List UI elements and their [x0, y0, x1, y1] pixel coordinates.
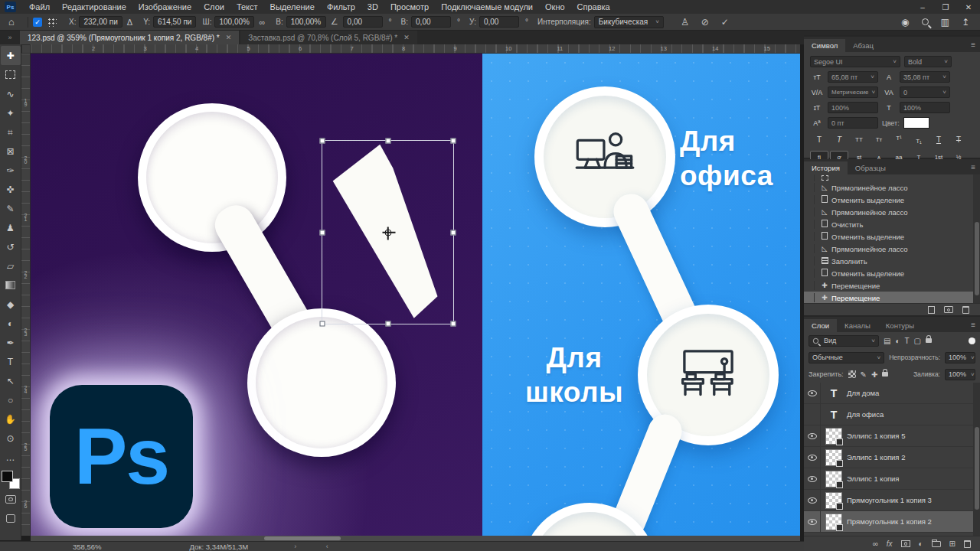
add-mask-icon[interactable] [901, 540, 910, 547]
design-circle-top[interactable] [138, 103, 286, 252]
blend-mode-select[interactable]: Обычные ˅ [808, 352, 884, 364]
vertical-scale-field[interactable]: 100% [828, 102, 878, 113]
font-size-select[interactable]: 65,08 пт˅ [828, 71, 878, 83]
kerning-select[interactable]: Метрические˅ [828, 86, 878, 98]
filter-toggle[interactable] [969, 337, 975, 344]
history-state-6[interactable]: ◺Прямолинейное лассо [804, 243, 980, 255]
rotation-field[interactable]: 0,00 [343, 16, 383, 28]
transform-handle[interactable] [320, 139, 325, 144]
layer-thumbnail[interactable] [821, 514, 847, 530]
commit-transform-button[interactable]: ✓ [721, 17, 729, 28]
gradient-tool[interactable] [1, 276, 21, 295]
filter-type-layers-icon[interactable]: T [905, 337, 910, 345]
panel-menu-icon[interactable]: ≡ [971, 321, 975, 329]
history-state-1[interactable]: ◺Прямолинейное лассо [804, 181, 980, 194]
history-source-well[interactable] [804, 174, 815, 181]
eraser-tool[interactable]: ▱ [1, 256, 21, 276]
tab-layers[interactable]: Слои [804, 319, 837, 332]
link-layers-icon[interactable]: ∞ [873, 540, 878, 548]
document-canvas[interactable]: Ps Для офиса [31, 54, 800, 536]
toggle-reference-point-checkbox[interactable]: ✓ [33, 18, 42, 27]
text-style-button-sup[interactable]: T¹ [890, 133, 908, 146]
layer-row-1[interactable]: TДля офиса [804, 404, 980, 425]
canvas-blue-half[interactable]: Для офиса Для школы [482, 54, 800, 536]
workspace-icon[interactable]: ▥ [941, 17, 949, 28]
path-selection-tool[interactable]: ↖ [1, 371, 21, 390]
edit-toolbar[interactable]: … [1, 448, 21, 467]
tab-channels[interactable]: Каналы [837, 319, 878, 332]
hand-tool[interactable]: ✋ [1, 409, 21, 429]
history-source-well[interactable] [804, 256, 815, 266]
new-layer-icon[interactable]: ⊞ [949, 540, 956, 548]
close-button[interactable]: ✕ [957, 0, 980, 14]
text-style-button-small[interactable]: TT [850, 133, 868, 146]
layer-thumbnail[interactable]: T [821, 387, 847, 399]
visibility-toggle[interactable] [804, 425, 821, 446]
history-source-well[interactable] [804, 281, 815, 290]
layers-scrollbar[interactable] [973, 383, 980, 536]
filter-smart-objects-icon[interactable] [926, 338, 932, 343]
reference-point-locator-icon[interactable] [47, 17, 57, 27]
history-source-well[interactable] [804, 207, 815, 217]
vertical-ruler[interactable]: 1920212223242526 [21, 54, 31, 536]
history-source-well[interactable] [804, 244, 815, 253]
lock-pixels-icon[interactable]: ✎ [861, 370, 867, 379]
ellipse-tool[interactable]: ○ [1, 390, 21, 409]
layer-row-0[interactable]: TДля дома [804, 383, 980, 404]
layer-row-5[interactable]: Прямоугольник 1 копия 3 [804, 490, 980, 511]
foreground-color-swatch[interactable] [2, 471, 13, 482]
lock-position-icon[interactable]: ✚ [871, 370, 877, 379]
quick-selection-tool[interactable]: ✦ [1, 103, 21, 122]
history-state-8[interactable]: Отменить выделение [804, 267, 980, 279]
history-source-well[interactable] [804, 293, 815, 302]
history-brush-tool[interactable]: ↺ [1, 237, 21, 256]
new-snapshot-icon[interactable] [944, 306, 953, 313]
visibility-toggle[interactable] [804, 383, 821, 403]
text-color-swatch[interactable] [903, 117, 929, 129]
history-source-well[interactable] [804, 195, 815, 204]
text-style-button-strike[interactable]: T [949, 133, 968, 146]
history-source-well[interactable] [804, 220, 815, 229]
tab-paragraph[interactable]: Абзац [845, 39, 881, 52]
menu-item-4[interactable]: Текст [230, 0, 264, 14]
move-tool[interactable]: ✚ [1, 46, 21, 65]
layer-thumbnail[interactable] [821, 428, 847, 445]
layer-thumbnail[interactable] [821, 492, 847, 509]
tab-swatches[interactable]: Образцы [848, 161, 893, 174]
visibility-toggle[interactable] [804, 468, 821, 489]
pen-tool[interactable]: ✒ [1, 333, 21, 352]
font-family-select[interactable]: Segoe UI˅ [810, 56, 900, 67]
interpolation-select[interactable]: Бикубическая ˅ [594, 16, 664, 28]
text-style-button-sub[interactable]: T₁ [910, 133, 928, 146]
horizontal-scrollbar-thumb[interactable] [264, 536, 341, 540]
brush-tool[interactable]: ✎ [1, 199, 21, 218]
transform-handle[interactable] [320, 230, 325, 235]
history-state-0[interactable] [804, 174, 980, 181]
screen-mode-button[interactable] [1, 509, 21, 528]
text-style-button-italic[interactable]: T [830, 133, 848, 146]
restore-button[interactable]: ❐ [934, 0, 957, 14]
close-tab-icon[interactable]: ✕ [403, 34, 410, 41]
healing-brush-tool[interactable]: ✜ [1, 180, 21, 199]
panel-menu-icon[interactable]: ≡ [971, 163, 975, 171]
menu-item-2[interactable]: Изображение [132, 0, 198, 14]
h-skew-field[interactable]: 0,00 [411, 16, 451, 28]
history-state-4[interactable]: Очистить [804, 218, 980, 230]
account-icon[interactable]: ◉ [901, 17, 909, 28]
cancel-transform-button[interactable]: ⊘ [701, 17, 709, 28]
zoom-tool[interactable]: ⊙ [1, 429, 21, 448]
transform-handle[interactable] [385, 321, 390, 327]
visibility-toggle[interactable] [804, 447, 821, 468]
dodge-tool[interactable]: ◐ [1, 314, 21, 333]
layers-scrollbar-thumb[interactable] [975, 427, 979, 510]
tracking-select[interactable]: 0˅ [900, 86, 950, 98]
layer-style-icon[interactable]: fx [887, 540, 893, 548]
office-circle[interactable] [534, 86, 675, 227]
baseline-shift-field[interactable]: 0 пт [828, 117, 878, 129]
layer-thumbnail[interactable] [821, 449, 847, 466]
tab-overflow-icon[interactable]: » [0, 31, 20, 44]
height-scale-field[interactable]: 100,00% [286, 16, 326, 28]
history-scrollbar[interactable] [973, 174, 980, 303]
marquee-tool[interactable] [1, 65, 21, 84]
menu-item-8[interactable]: Просмотр [384, 0, 435, 14]
